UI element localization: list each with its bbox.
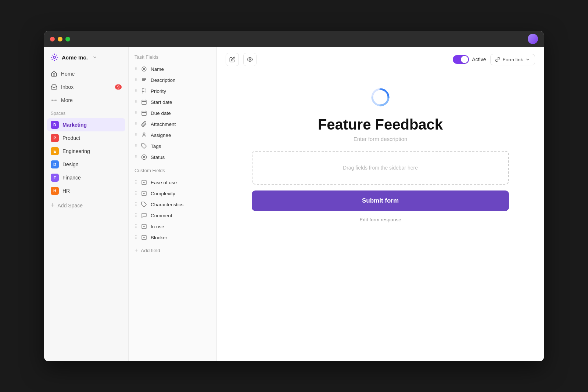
field-item-status[interactable]: ⠿ Status <box>129 152 216 163</box>
field-item-in-use-label: In use <box>151 224 164 229</box>
sidebar-item-hr-label: HR <box>62 188 70 194</box>
custom-fields-title: Custom Fields <box>129 163 216 177</box>
drag-handle[interactable]: ⠿ <box>135 191 137 196</box>
drag-handle[interactable]: ⠿ <box>135 121 137 127</box>
svg-rect-14 <box>142 111 146 116</box>
field-item-blocker[interactable]: ⠿ Blocker <box>129 232 216 243</box>
sidebar-item-inbox-label: Inbox <box>61 84 74 90</box>
active-toggle-switch[interactable] <box>453 55 469 64</box>
minimize-button[interactable] <box>58 37 62 41</box>
field-item-due-date[interactable]: ⠿ Due date <box>129 108 216 119</box>
attachment-icon <box>141 121 147 127</box>
add-field-button[interactable]: + Add field <box>129 244 216 256</box>
status-icon <box>141 154 147 160</box>
drop-zone-text: Drag fields from the sidebar here <box>343 165 418 171</box>
field-item-priority[interactable]: ⠿ Priority <box>129 86 216 97</box>
finance-avatar: F <box>51 174 59 182</box>
sidebar-item-home[interactable]: Home <box>47 68 125 80</box>
svg-point-4 <box>142 67 146 71</box>
svg-point-3 <box>52 100 53 101</box>
drag-handle[interactable]: ⠿ <box>135 77 137 83</box>
sidebar-item-product[interactable]: P Product <box>47 131 125 145</box>
add-field-plus-icon: + <box>135 247 138 254</box>
spinner-svg <box>370 87 391 108</box>
field-item-comment[interactable]: ⠿ Comment <box>129 210 216 221</box>
field-item-name[interactable]: ⠿ Name <box>129 63 216 75</box>
drag-handle[interactable]: ⠿ <box>135 202 137 207</box>
sidebar-item-hr[interactable]: H HR <box>47 184 125 197</box>
app-body: Acme Inc. Home <box>44 47 544 361</box>
field-item-attachment[interactable]: ⠿ Attachment <box>129 119 216 130</box>
sidebar-item-more[interactable]: More <box>47 94 125 106</box>
sidebar-item-inbox[interactable]: Inbox 9 <box>47 81 125 93</box>
edit-button[interactable] <box>226 53 239 66</box>
field-item-due-date-label: Due date <box>151 110 171 116</box>
form-link-button[interactable]: Form link <box>490 54 535 65</box>
sidebar-item-design-label: Design <box>62 161 79 167</box>
maximize-button[interactable] <box>65 37 70 41</box>
sidebar-item-home-label: Home <box>61 71 75 77</box>
drag-handle[interactable]: ⠿ <box>135 66 137 72</box>
assignee-icon <box>141 132 147 138</box>
sidebar-item-more-label: More <box>61 97 73 103</box>
field-item-description[interactable]: ⠿ Description <box>129 75 216 86</box>
drag-handle[interactable]: ⠿ <box>135 133 137 138</box>
edit-form-response-link[interactable]: Edit form response <box>359 217 401 222</box>
drag-handle[interactable]: ⠿ <box>135 235 137 240</box>
field-item-description-label: Description <box>151 77 176 83</box>
field-item-complexity-label: Complexity <box>151 191 175 196</box>
hr-avatar: H <box>51 187 59 195</box>
form-title[interactable]: Feature Feedback <box>318 116 443 133</box>
drag-handle[interactable]: ⠿ <box>135 88 137 94</box>
brand-name: Acme Inc. <box>62 54 88 61</box>
titlebar <box>44 31 544 47</box>
form-card: Feature Feedback Enter form description … <box>252 87 509 222</box>
form-link-label: Form link <box>502 57 523 62</box>
field-item-characteristics[interactable]: ⠿ Characteristics <box>129 199 216 210</box>
close-button[interactable] <box>50 37 55 41</box>
add-space-plus-icon: + <box>51 202 55 209</box>
drag-handle[interactable]: ⠿ <box>135 110 137 116</box>
field-item-status-label: Status <box>151 155 165 160</box>
sidebar-item-marketing[interactable]: D Marketing <box>47 118 125 131</box>
brand-button[interactable]: Acme Inc. <box>44 53 128 68</box>
svg-point-1 <box>54 100 54 101</box>
user-avatar[interactable] <box>528 34 538 44</box>
svg-point-0 <box>53 56 55 58</box>
field-item-name-label: Name <box>151 66 164 72</box>
field-item-start-date[interactable]: ⠿ Start date <box>129 97 216 108</box>
field-item-ease-of-use[interactable]: ⠿ Ease of use <box>129 177 216 188</box>
add-space-button[interactable]: + Add Space <box>47 199 125 212</box>
nav-menu: Home Inbox 9 More <box>44 68 128 106</box>
sidebar-item-engineering-label: Engineering <box>62 148 90 154</box>
drop-zone[interactable]: Drag fields from the sidebar here <box>252 151 509 185</box>
drag-handle[interactable]: ⠿ <box>135 180 137 185</box>
drag-handle[interactable]: ⠿ <box>135 155 137 160</box>
app-window: Acme Inc. Home <box>44 31 544 361</box>
field-item-assignee[interactable]: ⠿ Assignee <box>129 130 216 141</box>
drag-handle[interactable]: ⠿ <box>135 224 137 229</box>
drag-handle[interactable]: ⠿ <box>135 213 137 218</box>
left-sidebar: Acme Inc. Home <box>44 47 129 361</box>
field-item-in-use[interactable]: ⠿ In use <box>129 221 216 232</box>
svg-point-20 <box>141 155 146 159</box>
field-item-ease-of-use-label: Ease of use <box>151 180 177 185</box>
marketing-avatar: D <box>51 121 59 129</box>
form-toolbar: Active Form link <box>217 47 544 72</box>
preview-button[interactable] <box>243 53 257 66</box>
field-item-tags[interactable]: ⠿ Tags <box>129 141 216 152</box>
main-content: Active Form link <box>217 47 544 361</box>
pencil-icon <box>229 57 235 62</box>
sidebar-item-design[interactable]: D Design <box>47 158 125 171</box>
form-logo-spinner <box>370 87 391 108</box>
toolbar-right: Active Form link <box>453 54 535 65</box>
form-description[interactable]: Enter form description <box>354 136 408 142</box>
sidebar-item-finance[interactable]: F Finance <box>47 171 125 184</box>
drag-handle[interactable]: ⠿ <box>135 99 137 105</box>
tags-icon <box>141 143 147 149</box>
drag-handle[interactable]: ⠿ <box>135 144 137 149</box>
toggle-knob <box>461 56 468 63</box>
submit-button[interactable]: Submit form <box>252 190 509 211</box>
sidebar-item-engineering[interactable]: E Engineering <box>47 145 125 158</box>
field-item-complexity[interactable]: ⠿ Complexity <box>129 188 216 199</box>
